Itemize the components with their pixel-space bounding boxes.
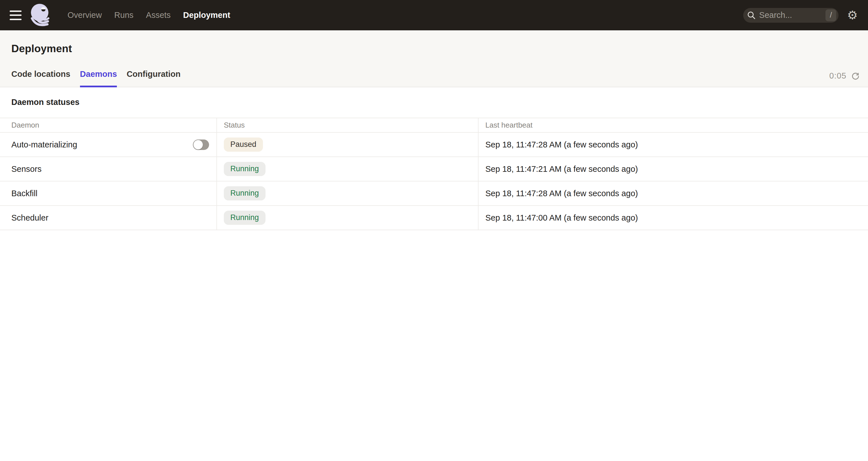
daemon-name: Auto-materializing	[11, 140, 77, 150]
gear-icon: ⚙	[847, 8, 858, 22]
table-row: Sensors Running Sep 18, 11:47:21 AM (a f…	[0, 157, 868, 182]
nav-item-overview[interactable]: Overview	[62, 7, 107, 23]
slash-shortcut-badge: /	[826, 9, 836, 21]
nav-item-deployment[interactable]: Deployment	[178, 7, 236, 23]
status-badge: Running	[224, 162, 266, 176]
status-badge: Paused	[224, 137, 263, 152]
table-row: Auto-materializing Paused Sep 18, 11:47:…	[0, 133, 868, 157]
status-badge: Running	[224, 211, 266, 225]
section-heading: Daemon statuses	[0, 87, 868, 118]
nav-item-assets[interactable]: Assets	[141, 7, 176, 23]
daemon-status-table: Daemon Status Last heartbeat Auto-materi…	[0, 118, 868, 230]
column-header-daemon: Daemon	[0, 118, 216, 132]
column-header-status: Status	[216, 118, 478, 132]
heartbeat-value: Sep 18, 11:47:28 AM (a few seconds ago)	[485, 140, 638, 150]
table-body: Auto-materializing Paused Sep 18, 11:47:…	[0, 133, 868, 230]
heartbeat-value: Sep 18, 11:47:21 AM (a few seconds ago)	[485, 164, 638, 174]
global-search[interactable]: /	[743, 8, 838, 23]
toggle-knob	[193, 140, 203, 150]
table-row: Backfill Running Sep 18, 11:47:28 AM (a …	[0, 182, 868, 206]
page-title: Deployment	[0, 30, 868, 55]
refresh-area: 0:05	[830, 71, 860, 87]
tab-code-locations[interactable]: Code locations	[11, 69, 70, 87]
daemon-name: Backfill	[11, 189, 37, 198]
daemon-toggle[interactable]	[193, 139, 209, 150]
heartbeat-value: Sep 18, 11:47:00 AM (a few seconds ago)	[485, 213, 638, 223]
column-header-last-heartbeat: Last heartbeat	[478, 118, 868, 132]
table-row: Scheduler Running Sep 18, 11:47:00 AM (a…	[0, 206, 868, 230]
dagster-logo[interactable]	[29, 3, 54, 28]
status-badge: Running	[224, 186, 266, 200]
refresh-countdown: 0:05	[830, 71, 846, 80]
top-nav-bar: OverviewRunsAssetsDeployment / ⚙	[0, 0, 868, 30]
heartbeat-value: Sep 18, 11:47:28 AM (a few seconds ago)	[485, 189, 638, 198]
search-input[interactable]	[759, 10, 826, 20]
settings-button[interactable]: ⚙	[847, 9, 858, 21]
refresh-button[interactable]	[851, 71, 860, 80]
hamburger-menu-button[interactable]	[10, 10, 22, 20]
tab-daemons[interactable]: Daemons	[80, 69, 117, 87]
primary-nav-links: OverviewRunsAssetsDeployment	[62, 7, 236, 23]
table-header-row: Daemon Status Last heartbeat	[0, 118, 868, 133]
daemon-name: Scheduler	[11, 213, 49, 223]
tab-configuration[interactable]: Configuration	[126, 69, 180, 87]
search-icon	[747, 10, 756, 20]
page-header: Deployment Code locationsDaemonsConfigur…	[0, 30, 868, 87]
deployment-tabs: Code locationsDaemonsConfiguration	[11, 69, 180, 87]
nav-item-runs[interactable]: Runs	[109, 7, 139, 23]
daemons-panel: Daemon statuses Daemon Status Last heart…	[0, 87, 868, 230]
daemon-name: Sensors	[11, 164, 41, 174]
refresh-icon	[851, 71, 860, 80]
hamburger-icon	[10, 10, 22, 12]
